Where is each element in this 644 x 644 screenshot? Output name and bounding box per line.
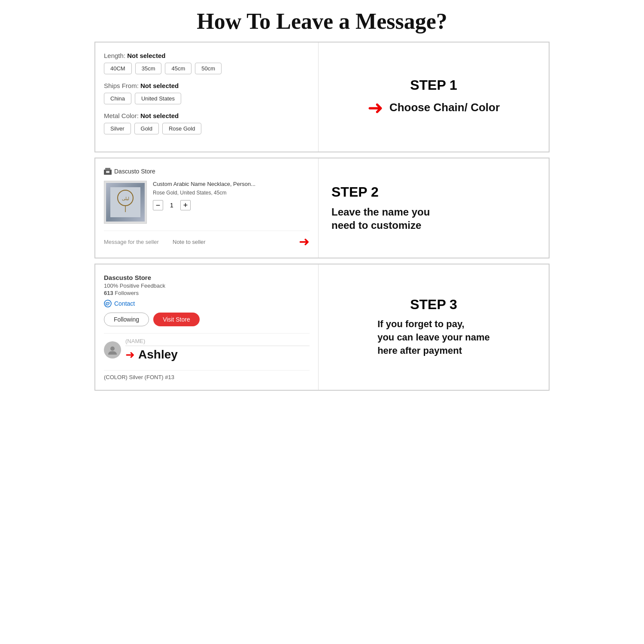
name-input-area: (NAME) ➜ Ashley	[125, 338, 310, 361]
metal-options: Silver Gold Rose Gold	[104, 123, 310, 134]
product-details: Custom Arabic Name Necklace, Person... R…	[153, 181, 310, 210]
step1-arrow-icon: ➜	[368, 98, 383, 117]
ships-options: China United States	[104, 93, 310, 104]
contact-row[interactable]: Contact	[104, 300, 310, 307]
step3-label: STEP 3	[410, 297, 457, 313]
name-section: (NAME) ➜ Ashley	[104, 333, 310, 366]
product-name: Custom Arabic Name Necklace, Person...	[153, 181, 310, 187]
ships-united-states[interactable]: United States	[135, 93, 181, 104]
visit-store-button[interactable]: Visit Store	[153, 313, 200, 326]
step1-row: Length: Not selected 40CM 35cm 45cm 50cm…	[94, 42, 550, 152]
followers-text: 613 613 FollowersFollowers	[104, 290, 310, 296]
step1-left: Length: Not selected 40CM 35cm 45cm 50cm…	[95, 43, 319, 152]
message-label: Message for the seller	[104, 239, 168, 245]
step2-store-name: Dascusto Store	[114, 168, 155, 175]
leave-name-text: Leave the name you need to customize	[331, 205, 430, 232]
step1-label: STEP 1	[410, 77, 457, 93]
svg-point-7	[110, 346, 115, 351]
step1-right: STEP 1 ➜ Choose Chain/ Color	[319, 43, 549, 152]
contact-icon	[104, 300, 112, 307]
product-img-inner: ليلى	[106, 183, 145, 222]
note-input[interactable]	[173, 239, 295, 245]
length-options: 40CM 35cm 45cm 50cm	[104, 63, 310, 74]
product-variant: Rose Gold, United States, 45cm	[153, 190, 310, 196]
store-icon	[104, 168, 112, 175]
qty-number: 1	[167, 202, 176, 209]
ships-label: Ships From: Not selected	[104, 82, 310, 89]
length-label: Length: Not selected	[104, 52, 310, 59]
length-40cm[interactable]: 40CM	[104, 63, 132, 74]
product-row: ليلى Custom Arabic Name Necklace, Person…	[104, 181, 310, 224]
contact-label: Contact	[114, 300, 135, 307]
product-image: ليلى	[104, 181, 147, 224]
metal-gold[interactable]: Gold	[134, 123, 159, 134]
main-title: How To Leave a Message?	[94, 9, 550, 34]
action-buttons: Following Visit Store	[104, 313, 310, 326]
qty-minus[interactable]: −	[153, 200, 163, 210]
svg-rect-3	[110, 187, 140, 217]
step2-row: Dascusto Store ليلى Custom Arabic Name N…	[94, 158, 550, 258]
step3-right: STEP 3 If you forget to pay, you can lea…	[319, 264, 549, 390]
step1-choose-text: Choose Chain/ Color	[389, 101, 500, 114]
following-button[interactable]: Following	[104, 313, 149, 326]
feedback-text: 100% Positive Feedback	[104, 283, 310, 289]
svg-rect-1	[105, 168, 110, 170]
ashley-name: Ashley	[138, 348, 178, 361]
name-arrow-row: ➜ Ashley	[125, 348, 310, 361]
length-50cm[interactable]: 50cm	[195, 63, 222, 74]
step2-label: STEP 2	[331, 184, 379, 200]
step2-arrow-icon: ➜	[299, 235, 310, 248]
step2-left: Dascusto Store ليلى Custom Arabic Name N…	[95, 158, 319, 258]
necklace-svg: ليلى	[110, 187, 140, 217]
metal-label: Metal Color: Not selected	[104, 112, 310, 119]
metal-rose-gold[interactable]: Rose Gold	[162, 123, 201, 134]
color-font-row: (COLOR) Silver (FONT) #13	[104, 370, 310, 380]
message-row: Message for the seller ➜	[104, 231, 310, 248]
length-45cm[interactable]: 45cm	[165, 63, 191, 74]
step2-store-header: Dascusto Store	[104, 168, 310, 175]
step2-right: STEP 2 Leave the name you need to custom…	[319, 158, 443, 258]
avatar	[104, 341, 121, 358]
qty-row: − 1 +	[153, 200, 310, 210]
step3-text: If you forget to pay, you can leave your…	[377, 318, 490, 357]
qty-plus[interactable]: +	[180, 200, 191, 210]
length-35cm[interactable]: 35cm	[135, 63, 162, 74]
step3-row: Dascusto Store 100% Positive Feedback 61…	[94, 264, 550, 391]
step1-arrow-row: ➜ Choose Chain/ Color	[368, 98, 500, 117]
svg-rect-2	[106, 171, 109, 173]
name-placeholder: (NAME)	[125, 338, 310, 346]
svg-text:ليلى: ليلى	[122, 196, 129, 201]
metal-silver[interactable]: Silver	[104, 123, 131, 134]
step3-left: Dascusto Store 100% Positive Feedback 61…	[95, 264, 319, 390]
avatar-icon	[107, 344, 118, 355]
step3-store-name: Dascusto Store	[104, 274, 310, 281]
step3-arrow-icon: ➜	[125, 349, 135, 360]
ships-china[interactable]: China	[104, 93, 131, 104]
